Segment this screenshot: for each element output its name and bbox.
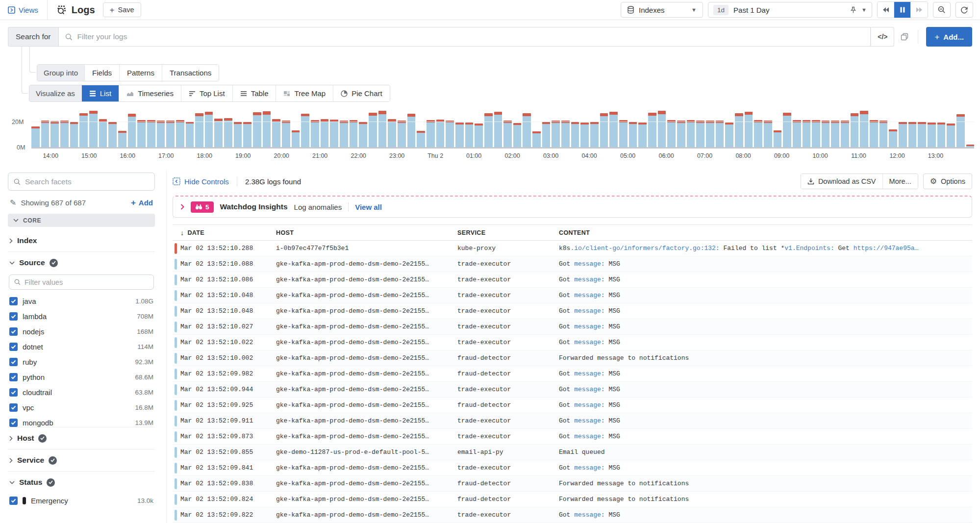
histogram-bar[interactable] <box>590 122 599 147</box>
histogram-bar[interactable] <box>176 120 184 147</box>
histogram-bar[interactable] <box>350 120 358 147</box>
histogram-bar[interactable] <box>243 122 251 147</box>
histogram-bar[interactable] <box>899 122 907 147</box>
histogram-bar[interactable] <box>774 130 782 147</box>
facet-value-row[interactable]: python68.6M <box>8 370 155 385</box>
histogram-bar[interactable] <box>619 120 628 147</box>
tab-table[interactable]: Table <box>232 85 276 101</box>
histogram-bar[interactable] <box>831 121 839 147</box>
hide-controls-button[interactable]: Hide Controls <box>173 177 229 186</box>
histogram-bar[interactable] <box>851 113 859 147</box>
histogram-bar[interactable] <box>475 124 483 147</box>
chevron-right-icon[interactable] <box>180 204 184 210</box>
tab-list[interactable]: List <box>81 85 119 101</box>
histogram-bar[interactable] <box>735 113 743 147</box>
histogram-bar[interactable] <box>928 123 936 147</box>
log-row[interactable]: Mar 02 13:52:10.022gke-kafka-apm-prod-de… <box>173 335 972 350</box>
histogram-bar[interactable] <box>513 123 522 147</box>
histogram-bar[interactable] <box>60 121 69 147</box>
histogram-bar[interactable] <box>79 113 88 147</box>
facet-status[interactable]: Status <box>8 472 155 493</box>
histogram-bar[interactable] <box>966 145 975 147</box>
histogram-bar[interactable] <box>658 111 666 147</box>
facet-value-row[interactable]: ruby92.3M <box>8 354 155 370</box>
histogram-bar[interactable] <box>253 112 261 147</box>
histogram-bar[interactable] <box>41 121 50 147</box>
pin-icon[interactable] <box>850 6 856 14</box>
histogram-bar[interactable] <box>417 131 425 147</box>
histogram-bar[interactable] <box>667 120 676 147</box>
histogram-bar[interactable] <box>956 114 965 147</box>
log-row[interactable]: Mar 02 13:52:09.838gke-kafka-apm-prod-de… <box>173 476 972 492</box>
histogram-bar[interactable] <box>503 121 512 147</box>
facet-value-checkbox[interactable] <box>9 327 18 336</box>
histogram-bar[interactable] <box>889 129 897 147</box>
date-column-header[interactable]: ↓ DATE <box>180 229 276 237</box>
histogram-bar[interactable] <box>841 121 849 147</box>
tab-fields[interactable]: Fields <box>84 65 119 81</box>
log-row[interactable]: Mar 02 13:52:09.855gke-demo-11287-us-pro… <box>173 445 972 460</box>
histogram-bar[interactable] <box>292 130 300 147</box>
histogram-bar[interactable] <box>147 120 155 147</box>
fast-forward-button[interactable] <box>911 2 928 18</box>
facet-value-checkbox[interactable] <box>9 312 18 321</box>
histogram-bar[interactable] <box>166 121 175 147</box>
zoom-out-button[interactable] <box>933 2 951 18</box>
histogram-bar[interactable] <box>398 121 406 147</box>
histogram-bar[interactable] <box>542 122 551 147</box>
copy-icon[interactable] <box>894 27 915 47</box>
histogram-bar[interactable] <box>860 111 868 147</box>
histogram-bar[interactable] <box>50 121 59 147</box>
tab-patterns[interactable]: Patterns <box>119 65 162 81</box>
tab-top-list[interactable]: Top List <box>181 85 232 101</box>
histogram-bar[interactable] <box>879 121 888 147</box>
facet-value-row[interactable]: java1.08G <box>8 294 155 309</box>
log-row[interactable]: Mar 02 13:52:10.002gke-kafka-apm-prod-de… <box>173 350 972 366</box>
histogram-bar[interactable] <box>918 122 926 147</box>
histogram-bar[interactable] <box>725 123 733 147</box>
histogram-bar[interactable] <box>803 120 811 147</box>
histogram-bar[interactable] <box>908 122 917 147</box>
histogram-bar[interactable] <box>793 120 801 147</box>
tab-pie-chart[interactable]: Pie Chart <box>333 85 390 101</box>
search-input[interactable]: Filter your logs <box>58 27 871 47</box>
histogram-bar[interactable] <box>638 123 647 147</box>
histogram-bar[interactable] <box>947 124 955 147</box>
time-range-picker[interactable]: 1d Past 1 Day ▼ <box>708 2 872 18</box>
log-row[interactable]: Mar 02 13:52:09.982gke-kafka-apm-prod-de… <box>173 366 972 382</box>
histogram-bar[interactable] <box>552 121 560 147</box>
histogram-bar[interactable] <box>716 121 724 147</box>
histogram-bar[interactable] <box>205 112 213 147</box>
log-row[interactable]: Mar 02 13:52:09.873gke-kafka-apm-prod-de… <box>173 429 972 445</box>
histogram-bar[interactable] <box>580 123 589 147</box>
views-button[interactable]: Views <box>7 0 48 20</box>
facet-value-checkbox[interactable] <box>9 297 18 305</box>
facet-index[interactable]: Index <box>8 230 155 252</box>
histogram-bar[interactable] <box>706 121 714 147</box>
histogram-bar[interactable] <box>301 114 309 147</box>
log-row[interactable]: Mar 02 13:52:10.288i-0b97ec477e7f5b3e1ku… <box>173 241 972 256</box>
log-row[interactable]: Mar 02 13:52:10.027gke-kafka-apm-prod-de… <box>173 319 972 335</box>
add-widget-button[interactable]: + Add... <box>926 27 972 47</box>
log-row[interactable]: Mar 02 13:52:10.048gke-kafka-apm-prod-de… <box>173 288 972 303</box>
histogram-bar[interactable] <box>427 120 435 147</box>
code-mode-button[interactable]: </> <box>871 27 894 47</box>
histogram-bar[interactable] <box>99 119 107 147</box>
histogram-bar[interactable] <box>764 121 772 147</box>
pause-button[interactable] <box>894 2 911 18</box>
histogram-bar[interactable] <box>436 120 445 147</box>
histogram-bar[interactable] <box>571 122 579 147</box>
histogram-bar[interactable] <box>157 121 165 147</box>
tab-tree-map[interactable]: Tree Map <box>276 85 333 101</box>
facet-value-row[interactable]: cloudtrail63.8M <box>8 385 155 400</box>
histogram-bar[interactable] <box>321 119 329 147</box>
histogram-bar[interactable] <box>282 121 290 147</box>
facet-service[interactable]: Service <box>8 449 155 472</box>
log-row[interactable]: Mar 02 13:52:09.841gke-kafka-apm-prod-de… <box>173 460 972 476</box>
histogram-bar[interactable] <box>118 131 126 147</box>
histogram-bar[interactable] <box>186 122 194 147</box>
log-row[interactable]: Mar 02 13:52:09.824gke-kafka-apm-prod-de… <box>173 492 972 507</box>
tab-timeseries[interactable]: Timeseries <box>119 85 181 101</box>
histogram-bar[interactable] <box>822 121 830 147</box>
histogram-bar[interactable] <box>311 120 319 147</box>
